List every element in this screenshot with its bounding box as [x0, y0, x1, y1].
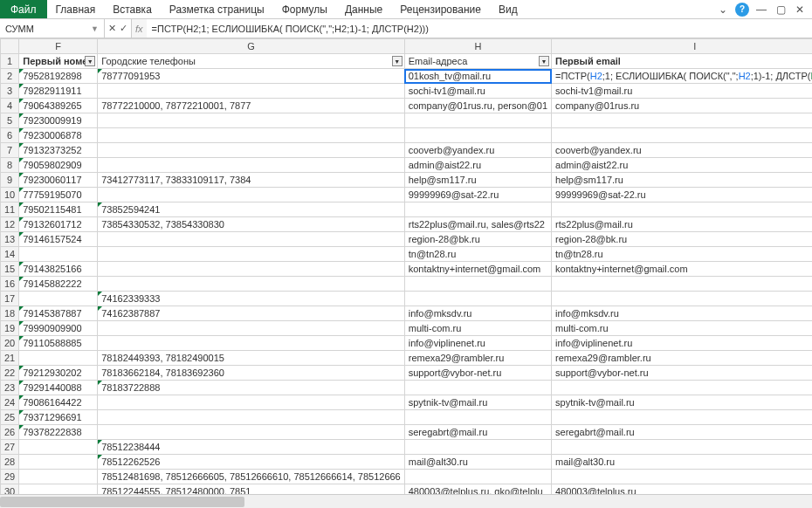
cell[interactable]: sochi-tv1@mail.ru — [404, 84, 551, 99]
formula-input[interactable]: =ПСТР(H2;1; ЕСЛИОШИБКА( ПОИСК(",";H2;1)-… — [147, 19, 812, 38]
cell[interactable]: 79145882222 — [19, 277, 98, 292]
cell[interactable]: rts22plus@mail.ru — [552, 217, 812, 232]
name-box-dropdown-icon[interactable]: ▼ — [91, 24, 99, 33]
row-header[interactable]: 16 — [1, 277, 19, 292]
cell[interactable]: 79291440088 — [19, 381, 98, 395]
row-header[interactable]: 1 — [1, 54, 19, 69]
filter-dropdown-icon[interactable]: ▼ — [392, 56, 403, 66]
cell[interactable] — [19, 351, 98, 366]
cell[interactable]: region-28@bk.ru — [404, 232, 551, 247]
cell[interactable] — [404, 381, 551, 395]
cell[interactable]: 79110588885 — [19, 336, 98, 351]
window-close-icon[interactable]: ✕ — [793, 3, 807, 17]
cell[interactable]: 79230009919 — [19, 113, 98, 128]
cell[interactable]: 79212930202 — [19, 366, 98, 381]
filter-dropdown-icon[interactable]: ▼ — [539, 56, 549, 66]
row-header[interactable]: 3 — [1, 84, 19, 99]
ribbon-tab-home[interactable]: Главная — [47, 0, 105, 18]
cell[interactable]: spytnik-tv@mail.ru — [404, 395, 551, 410]
cell[interactable] — [98, 277, 405, 292]
cell[interactable]: help@sm117.ru — [404, 173, 551, 188]
cell[interactable] — [552, 113, 812, 128]
cell[interactable]: info@viplinenet.ru — [404, 336, 551, 351]
cell[interactable]: cooverb@yandex.ru — [552, 143, 812, 158]
cell[interactable] — [19, 455, 98, 470]
column-header-g[interactable]: Городские телефоны▼ — [98, 54, 405, 69]
cell[interactable]: 480003@telplus.ru, gko@telplu — [404, 484, 551, 495]
cell[interactable] — [98, 143, 405, 158]
ribbon-collapse-icon[interactable]: ⌄ — [716, 3, 730, 17]
cell[interactable] — [552, 292, 812, 306]
ribbon-tab-data[interactable]: Данные — [336, 0, 391, 18]
cell[interactable]: 78512481698, 78512666605, 78512666610, 7… — [98, 470, 405, 484]
cell[interactable] — [98, 128, 405, 143]
col-header-G[interactable]: G — [98, 39, 405, 54]
cell[interactable]: 480003@telplus.ru — [552, 484, 812, 495]
row-header[interactable]: 18 — [1, 306, 19, 321]
cell[interactable]: kontaktny+internet@gmail.com — [404, 262, 551, 277]
cell[interactable]: 78772210000, 78772210001, 7877 — [98, 99, 405, 113]
cell[interactable]: multi-com.ru — [552, 321, 812, 336]
cell[interactable]: support@vybor-net.ru — [552, 366, 812, 381]
cell[interactable]: rts22plus@mail.ru, sales@rts22 — [404, 217, 551, 232]
row-header[interactable]: 7 — [1, 143, 19, 158]
cell[interactable]: mail@alt30.ru — [552, 455, 812, 470]
cell[interactable] — [404, 292, 551, 306]
cell[interactable]: 78512262526 — [98, 455, 405, 470]
cell[interactable]: remexa29@rambler.ru — [552, 351, 812, 366]
cell[interactable]: cooverb@yandex.ru — [404, 143, 551, 158]
cell[interactable]: 73854330532, 73854330830 — [98, 217, 405, 232]
cell[interactable]: 78777091953 — [98, 69, 405, 84]
cell[interactable] — [404, 128, 551, 143]
cell[interactable]: 79230060117 — [19, 173, 98, 188]
cell[interactable] — [404, 470, 551, 484]
cell[interactable] — [98, 188, 405, 203]
cell[interactable] — [98, 232, 405, 247]
cell[interactable]: kontaktny+internet@gmail.com — [552, 262, 812, 277]
cell[interactable]: 79145387887 — [19, 306, 98, 321]
cell[interactable] — [552, 203, 812, 217]
cell[interactable] — [98, 247, 405, 262]
cell[interactable] — [404, 203, 551, 217]
cell[interactable]: tn@tn28.ru — [552, 247, 812, 262]
cell[interactable]: 74162387887 — [98, 306, 405, 321]
cell[interactable] — [98, 84, 405, 99]
horizontal-scrollbar[interactable] — [0, 494, 812, 508]
row-header[interactable]: 20 — [1, 336, 19, 351]
cell[interactable]: info@mksdv.ru — [404, 306, 551, 321]
cell[interactable] — [552, 410, 812, 425]
cell[interactable]: tn@tn28.ru — [404, 247, 551, 262]
col-header-H[interactable]: H — [404, 39, 551, 54]
cell[interactable] — [19, 484, 98, 495]
cell[interactable]: 79064389265 — [19, 99, 98, 113]
cell[interactable]: help@sm117.ru — [552, 173, 812, 188]
ribbon-tab-insert[interactable]: Вставка — [104, 0, 161, 18]
row-header[interactable]: 28 — [1, 455, 19, 470]
cell[interactable]: 79086164422 — [19, 395, 98, 410]
cell[interactable]: 78182449393, 78182490015 — [98, 351, 405, 366]
cell[interactable]: seregabrt@mail.ru — [404, 425, 551, 440]
cell[interactable] — [19, 292, 98, 306]
ribbon-tab-formulas[interactable]: Формулы — [273, 0, 336, 18]
cell[interactable] — [552, 128, 812, 143]
window-restore-icon[interactable]: ▢ — [774, 3, 788, 17]
cell[interactable]: region-28@bk.ru — [552, 232, 812, 247]
cell[interactable] — [552, 277, 812, 292]
cell[interactable]: 79282911911 — [19, 84, 98, 99]
cell[interactable]: 78183662184, 78183692360 — [98, 366, 405, 381]
cell[interactable]: 78512238444 — [98, 440, 405, 455]
cell[interactable]: 79143825166 — [19, 262, 98, 277]
cell[interactable] — [98, 262, 405, 277]
cell[interactable]: 99999969@sat-22.ru — [552, 188, 812, 203]
cell[interactable]: 79132601712 — [19, 217, 98, 232]
cell[interactable] — [98, 321, 405, 336]
formula-accept-icon[interactable]: ✓ — [120, 23, 127, 34]
col-header-I[interactable]: I — [552, 39, 812, 54]
cell[interactable]: company@01rus.ru, person@01 — [404, 99, 551, 113]
cell[interactable]: 79371296691 — [19, 410, 98, 425]
row-header[interactable]: 15 — [1, 262, 19, 277]
cell[interactable]: 99999969@sat-22.ru — [404, 188, 551, 203]
row-header[interactable]: 25 — [1, 410, 19, 425]
row-header[interactable]: 12 — [1, 217, 19, 232]
row-header[interactable]: 19 — [1, 321, 19, 336]
